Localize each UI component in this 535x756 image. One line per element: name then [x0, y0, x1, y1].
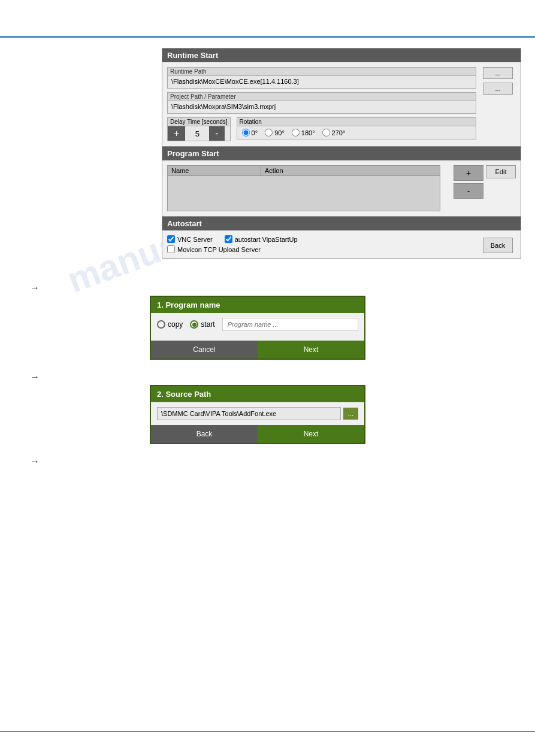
runtime-path-dots-button[interactable]: ...: [483, 67, 513, 79]
program-name-input[interactable]: [222, 318, 358, 331]
dialog-radio-row: copy start: [157, 318, 358, 331]
arrow-symbol-3: →: [30, 456, 40, 467]
source-path-dialog-header: 2. Source Path: [151, 386, 364, 402]
runtime-start-body: Runtime Path \Flashdisk\MoxCE\MoxCE.exe[…: [162, 62, 521, 146]
bottom-line: [0, 731, 535, 732]
rotation-270[interactable]: 270°: [322, 129, 346, 136]
source-path-value: \SDMMC Card\VIPA Tools\AddFont.exe: [157, 407, 341, 420]
rotation-90[interactable]: 90°: [265, 129, 285, 136]
copy-label: copy: [168, 320, 183, 329]
autostart-header: Autostart: [162, 217, 521, 230]
project-path-value: \Flashdisk\Moxpra\SIM3\sim3.mxprj: [167, 101, 476, 114]
dialog2-buttons: Back Next: [151, 425, 364, 443]
arrow-row-1: →: [30, 283, 523, 293]
dialog2-back-button[interactable]: Back: [151, 425, 258, 443]
autostart-vipa[interactable]: autostart VipaStartUp: [225, 235, 298, 243]
program-right-col1: + -: [454, 165, 483, 199]
source-path-dots-button[interactable]: ...: [343, 408, 358, 420]
runtime-path-label: Runtime Path: [167, 67, 476, 75]
delay-plus-button[interactable]: -: [209, 126, 224, 141]
autostart-right: Back: [480, 235, 516, 253]
program-start-panel: Program Start Name Action + - Edit: [162, 147, 521, 217]
autostart-row-1: VNC Server autostart VipaStartUp: [167, 235, 476, 243]
program-edit-button[interactable]: Edit: [486, 165, 516, 178]
runtime-start-header: Runtime Start: [162, 48, 521, 62]
program-table-container: Name Action: [167, 165, 440, 211]
delay-rotation-row: Delay Time [seconds] + 5 - Rotation: [167, 117, 476, 141]
program-add-button[interactable]: +: [454, 165, 483, 181]
radio-start[interactable]: start: [190, 320, 214, 329]
arrow-symbol-1: →: [30, 283, 40, 293]
delay-controls: + 5 -: [167, 126, 231, 141]
runtime-start-wrapper: Runtime Start Runtime Path \Flashdisk\Mo…: [162, 48, 521, 259]
autostart-movicon-label: Movicon TCP Upload Server: [177, 246, 261, 253]
rotation-0[interactable]: 0°: [242, 129, 258, 136]
runtime-start-panel: Runtime Start Runtime Path \Flashdisk\Mo…: [162, 48, 521, 147]
project-path-dots-button[interactable]: ...: [483, 83, 513, 95]
delay-minus-button[interactable]: +: [168, 126, 185, 141]
program-table-body: [167, 175, 440, 211]
copy-radio-circle[interactable]: [157, 320, 165, 329]
program-right-col2: Edit: [486, 165, 516, 178]
program-col-action: Action: [261, 166, 440, 175]
autostart-left: VNC Server autostart VipaStartUp Movicon…: [167, 235, 476, 253]
program-name-dialog: 1. Program name copy start Cancel Next: [150, 296, 365, 360]
arrow-symbol-2: →: [30, 372, 40, 382]
program-name-dialog-header: 1. Program name: [151, 297, 364, 313]
autostart-vipa-label: autostart VipaStartUp: [235, 236, 298, 243]
rotation-section: Rotation 0° 90° 180°: [237, 117, 476, 139]
program-name-dialog-body: copy start: [151, 313, 364, 341]
program-start-body: Name Action + - Edit: [162, 160, 521, 216]
rotation-180[interactable]: 180°: [292, 129, 315, 136]
project-path-group: Project Path / Parameter \Flashdisk\Moxp…: [167, 92, 476, 114]
autostart-movicon[interactable]: Movicon TCP Upload Server: [167, 245, 261, 253]
dialog1-buttons: Cancel Next: [151, 341, 364, 359]
runtime-path-value: \Flashdisk\MoxCE\MoxCE.exe[11.4.1160.3]: [167, 75, 476, 89]
back-button[interactable]: Back: [483, 238, 513, 253]
rotation-options: 0° 90° 180° 270°: [237, 126, 476, 139]
autostart-options: VNC Server autostart VipaStartUp Movicon…: [167, 235, 476, 253]
autostart-row-2: Movicon TCP Upload Server: [167, 245, 476, 253]
source-path-row: \SDMMC Card\VIPA Tools\AddFont.exe ...: [151, 402, 364, 425]
dialog1-next-button[interactable]: Next: [258, 341, 364, 359]
program-start-header: Program Start: [162, 147, 521, 160]
program-remove-button[interactable]: -: [454, 183, 483, 199]
top-line: [0, 36, 535, 38]
runtime-start-left: Runtime Path \Flashdisk\MoxCE\MoxCE.exe[…: [167, 67, 476, 141]
autostart-body: VNC Server autostart VipaStartUp Movicon…: [162, 230, 521, 258]
autostart-panel: Autostart VNC Server autostart VipaStart…: [162, 217, 521, 259]
start-radio-circle[interactable]: [190, 320, 198, 329]
dialog2-next-button[interactable]: Next: [258, 425, 364, 443]
main-content: Runtime Start Runtime Path \Flashdisk\Mo…: [30, 48, 523, 469]
delay-label: Delay Time [seconds]: [167, 117, 231, 126]
arrow-row-2: →: [30, 372, 523, 382]
program-start-right: + - Edit: [444, 165, 516, 211]
arrow-row-3: →: [30, 456, 523, 467]
source-path-dialog: 2. Source Path \SDMMC Card\VIPA Tools\Ad…: [150, 385, 365, 444]
project-path-label: Project Path / Parameter: [167, 92, 476, 101]
program-table-header: Name Action: [167, 165, 440, 175]
delay-value: 5: [185, 127, 209, 141]
runtime-start-right: ... ...: [480, 67, 516, 141]
radio-copy[interactable]: copy: [157, 320, 183, 329]
delay-section: Delay Time [seconds] + 5 -: [167, 117, 231, 141]
autostart-vnc-label: VNC Server: [177, 236, 213, 243]
autostart-vnc[interactable]: VNC Server: [167, 235, 213, 243]
runtime-path-group: Runtime Path \Flashdisk\MoxCE\MoxCE.exe[…: [167, 67, 476, 89]
dialog1-cancel-button[interactable]: Cancel: [151, 341, 258, 359]
rotation-label: Rotation: [237, 117, 476, 126]
program-col-name: Name: [168, 166, 261, 175]
start-label: start: [201, 320, 214, 329]
